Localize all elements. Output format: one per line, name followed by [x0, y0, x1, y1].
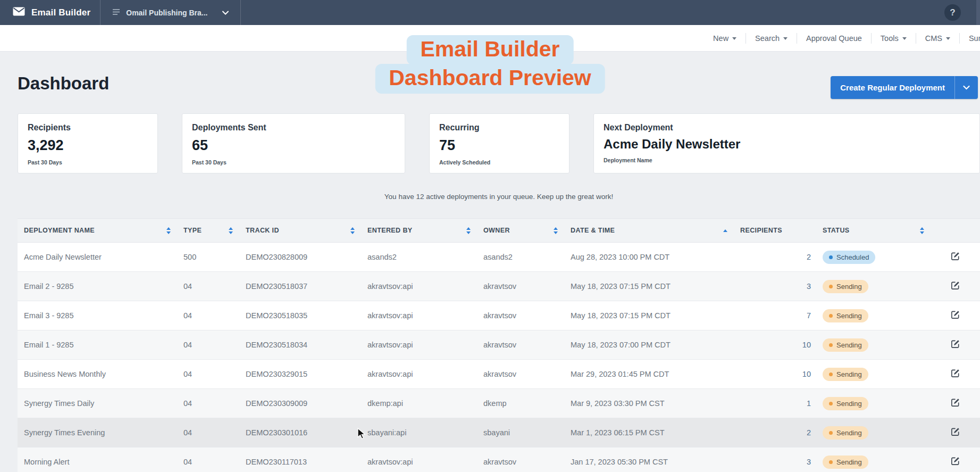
- column-header[interactable]: DEPLOYMENT NAME: [18, 227, 177, 234]
- cell-status: Sending: [816, 456, 931, 469]
- cell-entered-by: akravtsov:api: [361, 341, 477, 349]
- navbar: New Search Approval Queue Tools CMS Summ…: [0, 25, 980, 52]
- nav-item[interactable]: Tools: [871, 33, 916, 44]
- status-dot-icon: [829, 372, 833, 376]
- column-header[interactable]: TYPE: [177, 227, 239, 234]
- table-row[interactable]: Morning Alert 04 DEMO230117013 akravtsov…: [18, 448, 980, 472]
- help-button[interactable]: ?: [944, 4, 961, 21]
- sort-icon[interactable]: [350, 227, 355, 234]
- status-dot-icon: [829, 431, 833, 435]
- edit-button[interactable]: [949, 279, 961, 293]
- sort-icon[interactable]: [166, 227, 171, 234]
- column-header[interactable]: DATE & TIME: [564, 227, 734, 234]
- sort-icon[interactable]: [466, 227, 471, 234]
- cell-type: 04: [177, 341, 239, 349]
- cell-status: Sending: [816, 280, 931, 293]
- stat-card-recurring: Recurring 75 Actively Scheduled: [429, 113, 569, 173]
- column-header-label: STATUS: [823, 227, 850, 234]
- cell-recipients: 10: [734, 341, 816, 349]
- edit-button[interactable]: [949, 426, 961, 440]
- cell-type: 500: [177, 253, 239, 261]
- nav-item-label: Approval Queue: [806, 34, 862, 43]
- column-header[interactable]: TRACK ID: [239, 227, 361, 234]
- chevron-down-icon[interactable]: [954, 76, 978, 99]
- publication-icon: [112, 8, 120, 18]
- table-row[interactable]: Email 1 - 9285 04 DEMO230518034 akravtso…: [18, 330, 980, 360]
- cell-recipients: 3: [734, 458, 816, 466]
- cell-edit: [931, 279, 980, 293]
- status-badge: Sending: [823, 456, 868, 469]
- edit-pencil-icon: [950, 280, 960, 291]
- chevron-down-icon: [902, 37, 907, 40]
- create-deployment-button[interactable]: Create Regular Deployment: [831, 76, 978, 99]
- sort-icon[interactable]: [554, 227, 558, 234]
- stat-card-recipients: Recipients 3,292 Past 30 Days: [18, 113, 158, 173]
- table-row[interactable]: Synergy Times Daily 04 DEMO230309009 dke…: [18, 389, 980, 418]
- table-row[interactable]: Acme Daily Newsletter 500 DEMO230828009 …: [18, 243, 980, 272]
- edit-pencil-icon: [950, 339, 960, 349]
- column-header-label: DEPLOYMENT NAME: [24, 227, 95, 234]
- cell-edit: [931, 250, 980, 264]
- cell-owner: asands2: [477, 253, 564, 261]
- chevron-down-icon: [783, 37, 788, 40]
- cell-owner: akravtsov: [477, 311, 564, 320]
- edit-pencil-icon: [950, 310, 960, 320]
- nav-item[interactable]: Approval Queue: [797, 33, 871, 44]
- status-dot-icon: [829, 402, 833, 405]
- nav-items: New Search Approval Queue Tools CMS Summ…: [704, 33, 980, 44]
- edit-button[interactable]: [949, 367, 961, 381]
- cell-deployment-name: Acme Daily Newsletter: [18, 253, 177, 261]
- brand-selector[interactable]: Omail Publishing Bra...: [100, 0, 240, 25]
- table-row[interactable]: Email 3 - 9285 04 DEMO230518035 akravtso…: [18, 301, 980, 330]
- column-header[interactable]: STATUS: [816, 227, 931, 234]
- cell-entered-by: akravtsov:api: [361, 282, 477, 291]
- cell-recipients: 1: [734, 399, 816, 408]
- edit-button[interactable]: [949, 250, 961, 264]
- edit-button[interactable]: [949, 396, 961, 410]
- edit-button[interactable]: [949, 338, 961, 352]
- edit-button[interactable]: [949, 309, 961, 322]
- edit-pencil-icon: [950, 368, 960, 378]
- cell-deployment-name: Synergy Times Evening: [18, 428, 177, 437]
- table-row[interactable]: Synergy Times Evening 04 DEMO230301016 s…: [18, 418, 980, 448]
- nav-item[interactable]: New: [704, 33, 746, 44]
- chevron-down-icon: [222, 11, 229, 15]
- nav-item[interactable]: Search: [746, 33, 797, 44]
- column-header[interactable]: ENTERED BY: [361, 227, 477, 234]
- column-header[interactable]: OWNER: [477, 227, 564, 234]
- cell-owner: akravtsov: [477, 370, 564, 378]
- table-header: DEPLOYMENT NAME TYPE TRACK ID ENTERED BY…: [18, 218, 980, 243]
- cell-recipients: 7: [734, 311, 816, 320]
- cell-status: Sending: [816, 397, 931, 410]
- nav-item[interactable]: CMS: [916, 33, 959, 44]
- status-badge: Sending: [823, 426, 868, 440]
- nav-item-label: Search: [755, 34, 780, 43]
- stat-value: 75: [439, 137, 559, 154]
- cell-entered-by: dkemp:api: [361, 399, 477, 408]
- create-deployment-label[interactable]: Create Regular Deployment: [831, 76, 954, 99]
- chevron-down-icon: [946, 37, 950, 40]
- stat-label: Next Deployment: [604, 123, 970, 133]
- column-header[interactable]: RECIPIENTS: [734, 227, 816, 234]
- nav-item[interactable]: Summary: [959, 33, 980, 44]
- edit-button[interactable]: [949, 455, 961, 469]
- cutoff-element: [976, 0, 980, 25]
- cell-date-time: May 18, 2023 07:15 PM CDT: [564, 311, 734, 320]
- status-label: Sending: [836, 400, 862, 408]
- status-label: Scheduled: [836, 253, 869, 261]
- table-row[interactable]: Email 2 - 9285 04 DEMO230518037 akravtso…: [18, 272, 980, 301]
- cell-recipients: 2: [734, 428, 816, 437]
- sort-icon[interactable]: [229, 227, 233, 234]
- sort-icon[interactable]: [723, 229, 727, 232]
- cell-recipients: 3: [734, 282, 816, 291]
- table-row[interactable]: Business News Monthly 04 DEMO230329015 a…: [18, 360, 980, 389]
- app-brand: Email Builder: [0, 7, 90, 18]
- cell-deployment-name: Email 2 - 9285: [18, 282, 177, 291]
- sort-icon[interactable]: [920, 227, 924, 234]
- cell-type: 04: [177, 282, 239, 291]
- cell-date-time: Aug 28, 2023 10:00 PM CDT: [564, 253, 734, 261]
- status-dot-icon: [829, 255, 833, 259]
- column-header-label: DATE & TIME: [571, 227, 615, 234]
- stat-sublabel: Past 30 Days: [192, 159, 395, 165]
- status-label: Sending: [836, 370, 862, 378]
